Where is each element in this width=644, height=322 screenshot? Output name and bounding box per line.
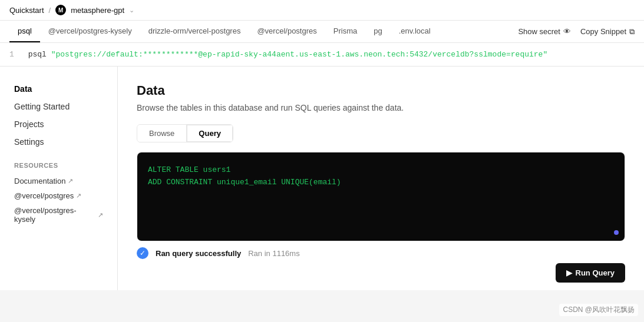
snippet-section: psql @vercel/postgres-kysely drizzle-orm… bbox=[0, 21, 644, 67]
copy-snippet-button[interactable]: Copy Snippet ⧉ bbox=[580, 27, 635, 36]
query-tabs: Browse Query bbox=[137, 124, 233, 142]
project-icon: M bbox=[55, 5, 66, 15]
status-timing-text: Ran in 1116ms bbox=[248, 249, 299, 258]
show-secret-label: Show secret bbox=[518, 27, 560, 36]
sidebar-resource-vercel-postgres-kysely[interactable]: @vercel/postgres-kysely ↗ bbox=[9, 203, 108, 227]
code-connection-string: "postgres://default:************@ep-rapi… bbox=[51, 50, 548, 59]
snippet-tab-actions: Show secret 👁 Copy Snippet ⧉ bbox=[518, 27, 635, 36]
sidebar-resource-label-documentation: Documentation bbox=[14, 177, 65, 185]
sidebar-item-settings[interactable]: Settings bbox=[9, 134, 108, 150]
snippet-tab-prisma[interactable]: Prisma bbox=[325, 21, 365, 42]
tab-browse[interactable]: Browse bbox=[137, 125, 187, 142]
breadcrumb-separator: / bbox=[49, 6, 51, 15]
sidebar-resource-documentation[interactable]: Documentation ↗ bbox=[9, 174, 108, 188]
status-check-icon: ✓ bbox=[137, 247, 148, 259]
main-content: Data Browse the tables in this database … bbox=[118, 67, 644, 290]
tab-query[interactable]: Query bbox=[187, 125, 233, 142]
sql-editor[interactable]: ALTER TABLE users1 ADD CONSTRAINT unique… bbox=[137, 152, 625, 241]
external-link-icon: ↗ bbox=[68, 177, 73, 185]
sql-line-1: ALTER TABLE users1 bbox=[148, 164, 614, 177]
snippet-tabs: psql @vercel/postgres-kysely drizzle-orm… bbox=[0, 21, 644, 43]
project-name[interactable]: metasphere-gpt bbox=[71, 6, 124, 15]
copy-snippet-label: Copy Snippet bbox=[580, 27, 626, 36]
page-description: Browse the tables in this database and r… bbox=[137, 103, 625, 112]
sidebar-resource-label-vercel-postgres: @vercel/postgres bbox=[14, 191, 74, 200]
sidebar-item-projects[interactable]: Projects bbox=[9, 116, 108, 132]
page-title: Data bbox=[137, 83, 625, 98]
snippet-tab-pg[interactable]: pg bbox=[365, 21, 390, 42]
code-snippet-block: 1 psql "postgres://default:************@… bbox=[0, 43, 644, 66]
copy-icon: ⧉ bbox=[629, 27, 635, 36]
external-link-icon: ↗ bbox=[76, 192, 81, 200]
run-query-wrapper: ALTER TABLE users1 ADD CONSTRAINT unique… bbox=[137, 152, 625, 259]
sidebar-item-getting-started[interactable]: Getting Started bbox=[9, 98, 108, 115]
snippet-tab-vercel-postgres-kysely[interactable]: @vercel/postgres-kysely bbox=[40, 21, 140, 42]
status-bar: ✓ Ran query successfully Ran in 1116ms bbox=[137, 241, 625, 259]
sidebar-item-data[interactable]: Data bbox=[9, 81, 108, 97]
run-query-button[interactable]: ▶ Run Query bbox=[556, 263, 625, 283]
sidebar-resource-label-vercel-postgres-kysely: @vercel/postgres-kysely bbox=[14, 206, 95, 224]
line-number: 1 bbox=[9, 50, 14, 59]
sql-line-2: ADD CONSTRAINT unique1_email UNIQUE(emai… bbox=[148, 177, 614, 189]
main-layout: Data Getting Started Projects Settings R… bbox=[0, 67, 644, 290]
show-secret-button[interactable]: Show secret 👁 bbox=[518, 27, 571, 36]
code-command: psql bbox=[28, 50, 47, 59]
eye-icon: 👁 bbox=[563, 27, 571, 36]
snippet-tab-psql[interactable]: psql bbox=[9, 21, 40, 42]
sidebar-resources-label: RESOURCES bbox=[14, 162, 103, 169]
breadcrumb-parent[interactable]: Quickstart bbox=[9, 6, 44, 15]
sql-editor-container: ALTER TABLE users1 ADD CONSTRAINT unique… bbox=[137, 152, 625, 241]
snippet-tab-drizzle-orm[interactable]: drizzle-orm/vercel-postgres bbox=[140, 21, 249, 42]
run-query-label: Run Query bbox=[576, 268, 615, 277]
top-bar: Quickstart / M metasphere-gpt ⌄ bbox=[0, 0, 644, 21]
external-link-icon: ↗ bbox=[98, 211, 103, 219]
play-icon: ▶ bbox=[566, 268, 572, 277]
snippet-tab-env-local[interactable]: .env.local bbox=[391, 21, 439, 42]
sql-cursor bbox=[614, 230, 619, 235]
sidebar: Data Getting Started Projects Settings R… bbox=[0, 67, 118, 290]
sidebar-resource-vercel-postgres[interactable]: @vercel/postgres ↗ bbox=[9, 188, 108, 203]
snippet-tab-vercel-postgres[interactable]: @vercel/postgres bbox=[249, 21, 325, 42]
status-success-text: Ran query successfully bbox=[156, 249, 241, 258]
chevron-down-icon[interactable]: ⌄ bbox=[129, 6, 134, 14]
